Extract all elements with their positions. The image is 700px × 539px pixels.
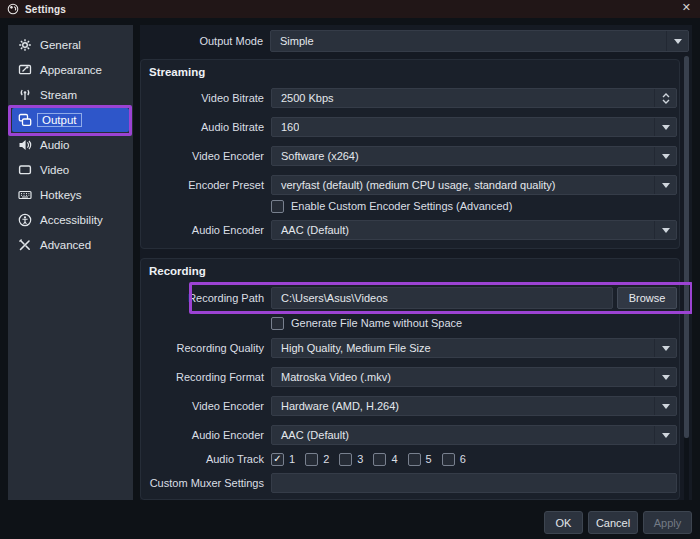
encoder-preset-row: Encoder Preset veryfast (default) (mediu… [141,175,679,195]
tools-icon [18,238,32,252]
sidebar-item-general[interactable]: General [12,33,129,57]
custom-muxer-settings-input[interactable] [271,473,677,493]
chevron-down-icon [654,426,676,444]
audio-track-5-checkbox[interactable] [408,453,421,466]
sidebar-item-label: Appearance [40,64,102,76]
audio-bitrate-row: Audio Bitrate 160 [141,117,679,137]
appearance-icon [18,63,32,77]
output-settings-pane: Output Mode Simple Streaming Video Bitra… [140,25,692,500]
audio-bitrate-dropdown[interactable]: 160 [271,117,677,137]
recording-section: Recording Recording Path C:\Users\Asus\V… [140,258,680,500]
video-bitrate-row: Video Bitrate 2500 Kbps [141,88,679,108]
audio-track-4-checkbox[interactable] [373,453,386,466]
recording-audio-encoder-dropdown[interactable]: AAC (Default) [271,425,677,445]
output-mode-row: Output Mode Simple [140,30,689,52]
sidebar-item-label: Advanced [40,239,91,251]
generate-filename-row: Generate File Name without Space [141,315,679,331]
audio-track-3: 3 [339,453,363,466]
apply-button[interactable]: Apply [643,511,692,534]
streaming-section-title: Streaming [141,66,679,82]
sidebar-item-hotkeys[interactable]: Hotkeys [12,183,129,207]
sidebar-item-label: General [40,39,81,51]
custom-encoder-checkbox[interactable] [271,200,284,213]
sidebar-item-stream[interactable]: Stream [12,83,129,107]
stream-video-encoder-row: Video Encoder Software (x264) [141,146,679,166]
sidebar-item-label: Stream [40,89,77,101]
gear-icon [18,38,32,52]
scrollbar-thumb[interactable] [684,56,689,438]
chevron-down-icon [654,221,676,239]
recording-quality-row: Recording Quality High Quality, Medium F… [141,338,679,358]
audio-track-1-checkbox[interactable]: ✓ [271,453,284,466]
chevron-down-icon [654,339,676,357]
cancel-button[interactable]: Cancel [588,511,638,534]
sidebar-item-appearance[interactable]: Appearance [12,58,129,82]
recording-audio-encoder-row: Audio Encoder AAC (Default) [141,425,679,445]
chevron-down-icon [654,397,676,415]
sidebar-item-audio[interactable]: Audio [12,133,129,157]
recording-path-row: Recording Path C:\Users\Asus\Videos Brow… [141,287,679,309]
recording-quality-dropdown[interactable]: High Quality, Medium File Size [271,338,677,358]
chevron-down-icon [654,147,676,165]
stream-audio-encoder-dropdown[interactable]: AAC (Default) [271,220,677,240]
sidebar-item-video[interactable]: Video [12,158,129,182]
monitor-icon [18,163,32,177]
output-icon [18,113,32,127]
ok-button[interactable]: OK [544,511,583,534]
sidebar-item-accessibility[interactable]: Accessibility [12,208,129,232]
custom-encoder-settings-row: Enable Custom Encoder Settings (Advanced… [141,198,679,214]
window-title: Settings [25,4,66,15]
video-bitrate-spinner[interactable]: 2500 Kbps [271,88,677,108]
audio-track-4: 4 [373,453,397,466]
sidebar-item-label: Audio [40,139,69,151]
audio-track-3-checkbox[interactable] [339,453,352,466]
chevron-down-icon [654,118,676,136]
output-mode-dropdown[interactable]: Simple [270,30,689,52]
audio-track-1: ✓ 1 [271,453,295,466]
sidebar-item-label: Accessibility [40,214,103,226]
sidebar-item-output[interactable]: Output [12,108,129,132]
spinner-arrows-icon[interactable] [654,89,676,107]
vertical-scrollbar[interactable] [684,56,689,500]
audio-track-2: 2 [305,453,329,466]
sidebar-item-advanced[interactable]: Advanced [12,233,129,257]
titlebar: Settings ✕ [0,0,700,18]
dialog-footer: OK Cancel Apply [0,500,700,539]
sidebar-item-label: Video [40,164,69,176]
audio-track-6-checkbox[interactable] [442,453,455,466]
settings-window: Settings ✕ General Appearance Stream [0,0,700,539]
chevron-down-icon [666,31,688,51]
stream-audio-encoder-row: Audio Encoder AAC (Default) [141,220,679,240]
keyboard-icon [18,188,32,202]
accessibility-icon [18,213,32,227]
recording-section-title: Recording [141,265,679,281]
broadcast-icon [18,88,32,102]
close-icon[interactable]: ✕ [682,1,691,14]
recording-video-encoder-row: Video Encoder Hardware (AMD, H.264) [141,396,679,416]
audio-track-row: Audio Track ✓ 1 2 3 [141,451,679,467]
recording-format-row: Recording Format Matroska Video (.mkv) [141,367,679,387]
speaker-icon [18,138,32,152]
sidebar-item-label: Hotkeys [40,189,82,201]
streaming-section: Streaming Video Bitrate 2500 Kbps Audio … [140,59,680,249]
obs-logo-icon [7,3,19,15]
chevron-down-icon [654,176,676,194]
recording-format-dropdown[interactable]: Matroska Video (.mkv) [271,367,677,387]
encoder-preset-dropdown[interactable]: veryfast (default) (medium CPU usage, st… [271,175,677,195]
output-mode-label: Output Mode [140,35,270,47]
audio-track-6: 6 [442,453,466,466]
audio-track-2-checkbox[interactable] [305,453,318,466]
generate-filename-checkbox[interactable] [271,317,284,330]
recording-video-encoder-dropdown[interactable]: Hardware (AMD, H.264) [271,396,677,416]
stream-video-encoder-dropdown[interactable]: Software (x264) [271,146,677,166]
sidebar: General Appearance Stream Output [8,25,133,505]
recording-path-input[interactable]: C:\Users\Asus\Videos [271,287,613,309]
audio-track-5: 5 [408,453,432,466]
chevron-down-icon [654,368,676,386]
custom-muxer-settings-row: Custom Muxer Settings [141,473,679,493]
browse-button[interactable]: Browse [617,287,677,309]
sidebar-item-label: Output [37,113,82,127]
